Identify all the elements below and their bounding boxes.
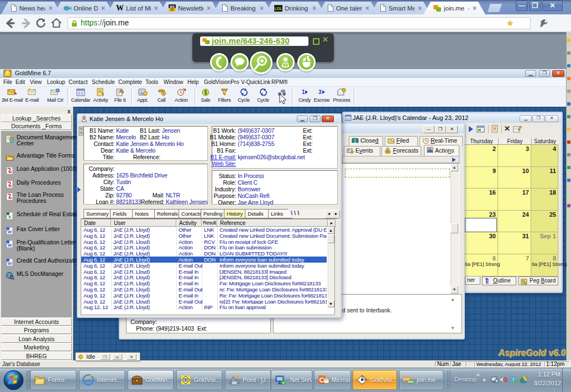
svg-text:X: X xyxy=(8,215,12,219)
svg-text:BS: BS xyxy=(170,5,174,8)
svg-text:me: me xyxy=(408,380,413,384)
svg-text:%: % xyxy=(386,150,390,153)
svg-text:W: W xyxy=(8,261,12,266)
svg-text:W: W xyxy=(8,243,12,248)
svg-text:$: $ xyxy=(204,90,207,96)
svg-text:1: 1 xyxy=(302,89,305,95)
svg-text:IT: IT xyxy=(171,8,174,12)
svg-text:2: 2 xyxy=(284,63,287,68)
svg-text:3: 3 xyxy=(318,89,322,95)
svg-text:W: W xyxy=(8,229,12,234)
svg-text:LOL: LOL xyxy=(275,7,283,11)
